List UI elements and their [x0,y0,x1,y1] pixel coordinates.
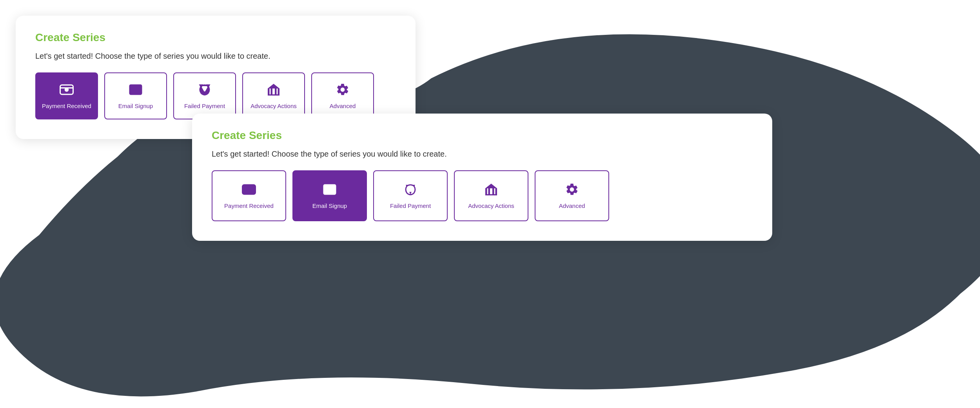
option-label: Payment Received [224,202,274,209]
option-payment-received-2[interactable]: Payment Received [212,170,286,221]
card2-subtitle: Let's get started! Choose the type of se… [212,150,753,159]
option-advocacy-1[interactable]: Advocacy Actions [242,72,305,119]
svg-rect-4 [268,94,279,96]
option-label: Email Signup [312,202,347,209]
svg-rect-8 [278,88,280,94]
option-advanced-2[interactable]: Advanced [535,170,609,221]
option-label: Advocacy Actions [250,103,297,109]
option-failed-payment-1[interactable]: Failed Payment [173,72,236,119]
card1-subtitle: Let's get started! Choose the type of se… [35,52,396,61]
svg-rect-15 [485,188,487,194]
svg-rect-16 [488,188,490,194]
svg-rect-5 [268,88,270,94]
option-payment-received-1[interactable]: Payment Received [35,72,98,119]
svg-rect-6 [271,88,273,94]
settings-icon [336,83,350,98]
card2-title: Create Series [212,129,753,142]
email-icon-2 [323,182,337,198]
card1-title: Create Series [35,31,396,44]
svg-marker-9 [268,84,279,88]
settings-icon-2 [565,182,579,198]
svg-rect-7 [275,88,277,94]
svg-rect-17 [492,188,494,194]
create-series-card-2: Create Series Let's get started! Choose … [192,114,772,241]
option-label: Failed Payment [390,202,431,209]
svg-marker-19 [485,184,497,188]
option-failed-payment-2[interactable]: Failed Payment [373,170,448,221]
option-advanced-1[interactable]: Advanced [311,72,374,119]
option-advocacy-2[interactable]: Advocacy Actions [454,170,528,221]
recycle-icon [198,83,212,98]
institution-icon-2 [484,182,498,198]
institution-icon [267,83,281,98]
card2-options: Payment Received Email Signup [212,170,753,221]
svg-rect-18 [495,188,497,194]
svg-rect-14 [485,194,497,195]
option-email-signup-2[interactable]: Email Signup [292,170,367,221]
payment-icon [60,83,74,98]
option-label: Advocacy Actions [468,202,514,209]
option-label: Payment Received [42,103,91,109]
email-icon [129,83,143,98]
option-label: Failed Payment [184,103,225,109]
card1-options: Payment Received Email Signup [35,72,396,119]
option-label: Advanced [559,202,585,209]
payment-icon-2 [242,182,256,198]
recycle-icon-2 [403,182,417,198]
option-email-signup-1[interactable]: Email Signup [104,72,167,119]
option-label: Advanced [330,103,356,109]
option-label: Email Signup [118,103,153,109]
